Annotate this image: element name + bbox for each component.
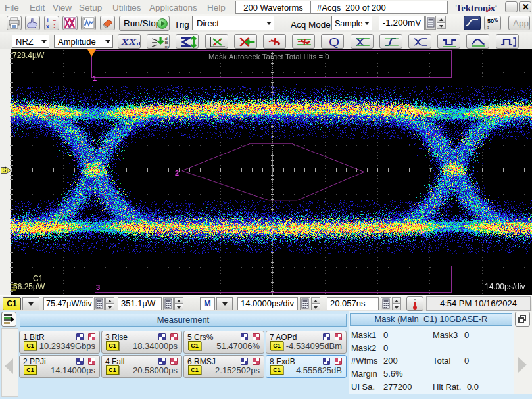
svg-text:XX: XX (120, 37, 137, 47)
svg-text:Q: Q (329, 36, 339, 48)
svg-text:m: m (165, 45, 169, 49)
svg-text:dB: dB (137, 41, 140, 47)
svg-text:÷: ÷ (53, 23, 56, 30)
svg-text:x: x (46, 23, 49, 30)
